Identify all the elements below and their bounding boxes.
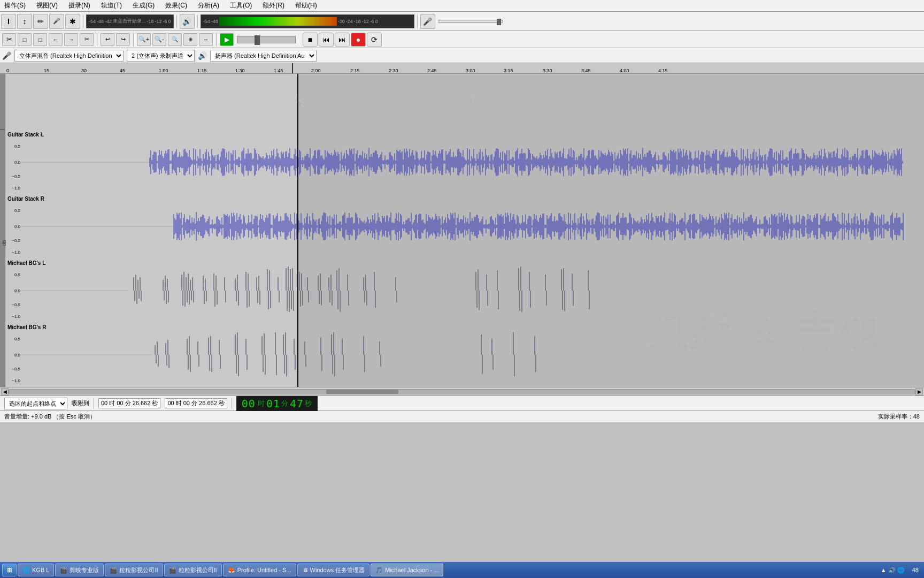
playhead-michaelr <box>297 323 298 387</box>
toolbar-sep-1 <box>83 15 83 28</box>
zoom-out-button[interactable]: 🔍- <box>152 33 166 46</box>
taskbar-lili2-button[interactable]: 🎬 粒粒影视公司II <box>164 564 222 576</box>
taskbar-firefox-button[interactable]: 🦊 Profile: Untitled - S... <box>223 564 296 576</box>
track-label-guitarr: Guitar Stack R <box>6 195 45 202</box>
multi-tool-button[interactable]: ✱ <box>65 14 80 29</box>
gain-label: 音量增量: +9.0 dB （按 Esc 取消） <box>4 413 96 421</box>
playhead-michaell <box>297 258 298 323</box>
firefox-icon: 🦊 <box>228 567 235 574</box>
time-seconds: 47 <box>290 397 304 410</box>
taskbar: ⊞ 🌐 KGB L 🎬 剪映专业版 🎬 粒粒影视公司II 🎬 粒粒影视公司II … <box>0 562 924 578</box>
cut-button[interactable]: ✂ <box>2 33 16 46</box>
track-label-michaell: Michael BG's L <box>6 260 47 267</box>
taskbar-systray: ▲ 🔊 🌐 <box>877 567 908 574</box>
jianyingpro-icon: 🎬 <box>60 567 67 574</box>
transport-buttons: ■ ⏮ ⏭ ● ⟳ <box>303 33 382 47</box>
track-canvas-guitarl[interactable]: Guitar Stack L 1.0 0.5 0.0 −0.5 −1.0 <box>5 130 924 194</box>
zoom-fulltrack-button[interactable]: ↔ <box>199 33 213 46</box>
waveform-svg-guitarl <box>21 130 924 194</box>
trim-right-button[interactable]: → <box>64 33 78 46</box>
mj-label: Michael Jackson - ... <box>385 567 438 573</box>
play-button[interactable]: ▶ <box>220 33 234 46</box>
taskbar-jianyingpro-button[interactable]: 🎬 剪映专业版 <box>55 564 104 576</box>
menu-item-operations[interactable]: 操作(S) <box>2 1 28 11</box>
track-canvas-michaelr[interactable]: Michael BG's R 1.0 0.5 0.0 −0.5 −1.0 <box>5 323 924 387</box>
snap-select[interactable]: 选区的起点和终点 <box>4 398 67 409</box>
time-display: 00 时 01 分 47 秒 <box>236 396 318 411</box>
input-device-icon: 🎤 <box>2 51 11 60</box>
output-device-select[interactable]: 扬声器 (Realtek High Definition Au <box>210 50 317 62</box>
bottom-sep2 <box>232 398 232 409</box>
svg-line-1 <box>299 102 300 106</box>
channels-select[interactable]: 2 (立体声) 录制声道 <box>127 50 195 62</box>
menu-item-help[interactable]: 帮助(H) <box>293 1 319 11</box>
taskbar-start-button[interactable]: ⊞ <box>2 564 17 576</box>
menu-item-tools[interactable]: 工具(O) <box>228 1 254 11</box>
sample-rate-label: 实际采样率：48 <box>878 413 920 421</box>
output-volume-icon[interactable]: 🔊 <box>180 14 195 29</box>
track-canvas-cp80r[interactable]: CP-80 R 1.0 0.5 0.0 −0.5 −1.0 <box>5 74 924 130</box>
select-tool-button[interactable]: I <box>1 14 16 29</box>
taskbar-taskmgr-button[interactable]: 🖥 Windows 任务管理器 <box>297 564 370 576</box>
record-button[interactable]: ● <box>351 33 366 47</box>
menu-item-track[interactable]: 轨道(T) <box>99 1 124 11</box>
playhead-cp80r <box>297 74 298 130</box>
toolbar-sep-6 <box>133 33 134 46</box>
taskmgr-label: Windows 任务管理器 <box>310 566 365 574</box>
kgb-icon: 🌐 <box>22 567 30 574</box>
menu-item-view[interactable]: 视图(V) <box>34 1 60 11</box>
main-content-wrapper: 贝斯 & 吉他 dB 0 15 30 45 1:00 1:15 1:30 1:4… <box>0 63 924 422</box>
taskbar-lili1-button[interactable]: 🎬 粒粒影视公司II <box>105 564 163 576</box>
ruler-tick-245: 2:45 <box>426 68 437 73</box>
zoom-fit-button[interactable]: ⊕ <box>183 33 197 46</box>
waveform-svg-cp80r <box>21 74 924 130</box>
hscroll-right-button[interactable]: ▶ <box>915 388 923 396</box>
menu-item-analyze[interactable]: 分析(A) <box>196 1 221 11</box>
undo-button[interactable]: ↩ <box>101 33 114 46</box>
input-volume-slider[interactable] <box>438 20 503 23</box>
zoom-selection-button[interactable]: 🔍 <box>168 33 182 46</box>
menu-item-extra[interactable]: 额外(R) <box>260 1 287 11</box>
loop-button[interactable]: ⟳ <box>367 33 382 47</box>
toolbar-sep-3 <box>197 15 198 28</box>
envelope-tool-button[interactable]: ↕ <box>17 14 32 29</box>
menu-item-effects[interactable]: 效果(C) <box>163 1 189 11</box>
skip-to-end-button[interactable]: ⏭ <box>335 33 350 47</box>
hscroll-thumb[interactable] <box>326 390 399 394</box>
trim-left-button[interactable]: ← <box>49 33 63 46</box>
playback-slider[interactable] <box>237 36 296 43</box>
ruler-tick-45: 45 <box>119 68 125 73</box>
menu-item-generate[interactable]: 生成(G) <box>130 1 157 11</box>
input-device-select[interactable]: 立体声混音 (Realtek High Definition <box>14 50 124 62</box>
timeline-ruler[interactable]: 0 15 30 45 1:00 1:15 1:30 1:45 2:00 2:15… <box>0 63 924 74</box>
input-volume-icon[interactable]: 🎤 <box>420 14 435 29</box>
paste-button[interactable]: □ <box>33 33 47 46</box>
hscroll-track[interactable] <box>9 389 915 394</box>
tracks-container: CP-80 R 1.0 0.5 0.0 −0.5 −1.0 <box>0 74 924 387</box>
bottom-status-bar: 音量增量: +9.0 dB （按 Esc 取消） 实际采样率：48 <box>0 410 924 422</box>
track-side-bar-guitarl <box>0 130 5 194</box>
ruler-tick-130: 1:30 <box>234 68 245 73</box>
draw-tool-button[interactable]: ✏ <box>33 14 48 29</box>
track-canvas-michaell[interactable]: Michael BG's L 1.0 0.5 0.0 −0.5 −1.0 <box>5 258 924 323</box>
silence-button[interactable]: ✂ <box>80 33 94 46</box>
copy-button[interactable]: □ <box>18 33 32 46</box>
track-canvas-guitarr[interactable]: Guitar Stack R 1.0 0.5 0.0 −0.5 −1.0 <box>5 194 924 258</box>
redo-button[interactable]: ↪ <box>116 33 130 46</box>
time-minutes: 01 <box>266 397 280 410</box>
time-hours: 00 <box>242 397 256 410</box>
stop-button[interactable]: ■ <box>303 33 318 47</box>
time-s-label: 秒 <box>305 399 312 408</box>
taskbar-kgb-button[interactable]: 🌐 KGB L <box>18 564 54 576</box>
track-label-michaelr: Michael BG's R <box>6 324 47 331</box>
taskbar-mj-button[interactable]: 🎵 Michael Jackson - ... <box>371 564 443 576</box>
record-meter-button[interactable]: 🎤 <box>49 14 64 29</box>
taskmgr-icon: 🖥 <box>302 567 308 573</box>
skip-to-start-button[interactable]: ⏮ <box>319 33 334 47</box>
selection-end-display: 00 时 00 分 26.662 秒 <box>165 398 227 408</box>
menu-item-record[interactable]: 摄录(N) <box>66 1 93 11</box>
zoom-in-button[interactable]: 🔍+ <box>137 33 151 46</box>
ruler-tick-230: 2:30 <box>388 68 398 73</box>
hscrollbar[interactable]: ◀ ▶ <box>0 387 924 396</box>
hscroll-left-button[interactable]: ◀ <box>1 388 9 396</box>
